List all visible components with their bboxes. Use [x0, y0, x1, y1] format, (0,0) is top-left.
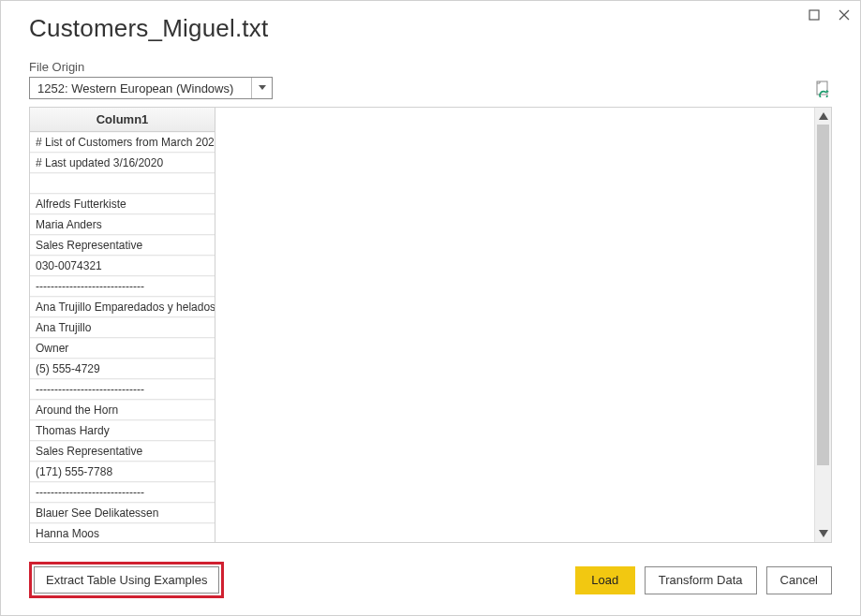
svg-rect-0: [809, 10, 819, 20]
svg-marker-6: [819, 112, 828, 120]
table-row[interactable]: (171) 555-7788: [30, 462, 215, 482]
column-header[interactable]: Column1: [30, 108, 215, 132]
table-row[interactable]: Around the Horn: [30, 400, 215, 420]
svg-marker-3: [259, 85, 266, 90]
table-row[interactable]: -----------------------------: [30, 276, 215, 297]
chevron-down-icon: [251, 78, 272, 98]
extract-table-button[interactable]: Extract Table Using Examples: [34, 566, 219, 594]
scrollbar-track[interactable]: [815, 125, 831, 525]
table-row[interactable]: Sales Representative: [30, 441, 215, 462]
refresh-preview-icon[interactable]: [815, 81, 832, 97]
preview-table-area: Column1 # List of Customers from March 2…: [29, 107, 832, 543]
file-origin-label: File Origin: [1, 43, 860, 77]
vertical-scrollbar[interactable]: [814, 108, 831, 542]
file-origin-select[interactable]: 1252: Western European (Windows): [29, 77, 273, 99]
extract-highlight: Extract Table Using Examples: [29, 562, 224, 598]
dialog-title: Customers_Miguel.txt: [1, 1, 860, 43]
table-row[interactable]: [30, 173, 215, 194]
table-row[interactable]: Sales Representative: [30, 235, 215, 256]
preview-empty-area: [215, 108, 831, 542]
table-row[interactable]: Owner: [30, 338, 215, 359]
table-row[interactable]: Blauer See Delikatessen: [30, 503, 215, 523]
scroll-down-icon[interactable]: [815, 525, 831, 542]
cancel-button[interactable]: Cancel: [766, 566, 832, 594]
scroll-up-icon[interactable]: [815, 108, 831, 125]
table-row[interactable]: (5) 555-4729: [30, 359, 215, 379]
window-controls: [806, 7, 853, 23]
svg-marker-7: [819, 530, 828, 537]
file-origin-selected: 1252: Western European (Windows): [30, 81, 251, 95]
close-button[interactable]: [836, 7, 853, 23]
table-row[interactable]: Maria Anders: [30, 214, 215, 235]
maximize-button[interactable]: [806, 7, 823, 23]
table-row[interactable]: Ana Trujillo: [30, 317, 215, 338]
table-row[interactable]: # Last updated 3/16/2020: [30, 153, 215, 173]
table-row[interactable]: -----------------------------: [30, 379, 215, 400]
table-row[interactable]: Hanna Moos: [30, 523, 215, 543]
preview-column: Column1 # List of Customers from March 2…: [30, 108, 215, 542]
table-row[interactable]: # List of Customers from March 2020: [30, 132, 215, 153]
table-row[interactable]: Ana Trujillo Emparedados y helados: [30, 297, 215, 317]
table-row[interactable]: Alfreds Futterkiste: [30, 194, 215, 214]
table-row[interactable]: -----------------------------: [30, 482, 215, 503]
file-preview-dialog: Customers_Miguel.txt File Origin 1252: W…: [0, 0, 861, 616]
table-row[interactable]: Thomas Hardy: [30, 420, 215, 441]
dialog-footer: Extract Table Using Examples Load Transf…: [29, 562, 832, 598]
table-row[interactable]: 030-0074321: [30, 256, 215, 276]
transform-data-button[interactable]: Transform Data: [645, 566, 757, 594]
load-button[interactable]: Load: [575, 566, 635, 594]
scrollbar-thumb[interactable]: [817, 125, 829, 465]
